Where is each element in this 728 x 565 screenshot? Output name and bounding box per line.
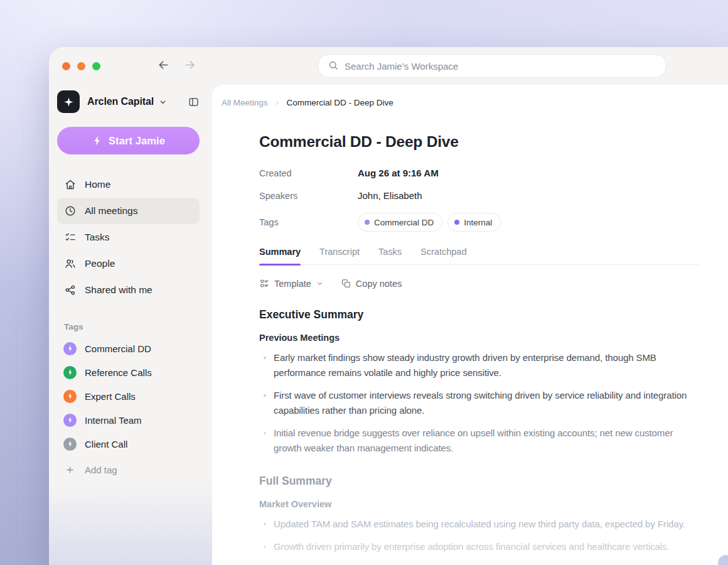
- chevron-right-icon: [274, 99, 281, 107]
- template-icon: [259, 278, 270, 289]
- summary-bullet: SMB sector remains fragmented with incon…: [259, 562, 699, 565]
- tab-scratchpad[interactable]: Scratchpad: [420, 247, 466, 264]
- sidebar-item-tasks[interactable]: Tasks: [57, 224, 200, 250]
- sidebar-tag-expert-calls[interactable]: Expert Calls: [57, 384, 200, 408]
- section-executive-summary: Executive SummaryPrevious MeetingsEarly …: [259, 308, 699, 456]
- pill-label: Commercial DD: [374, 218, 434, 227]
- chevron-down-icon: [158, 97, 168, 107]
- bolt-icon: [92, 135, 103, 146]
- summary-bullet: Initial revenue bridge suggests over rel…: [259, 426, 699, 456]
- section-full-summary: Full SummaryMarket OverviewUpdated TAM a…: [259, 475, 699, 565]
- sidebar-tag-client-call[interactable]: Client Call: [57, 432, 200, 456]
- tag-pill-row: Commercial DDInternal: [358, 213, 699, 232]
- add-tag-label: Add tag: [85, 465, 117, 475]
- tags-label: Tags: [259, 217, 358, 227]
- pill-label: Internal: [464, 218, 492, 227]
- meeting-tag-pill-commercial-dd[interactable]: Commercial DD: [358, 213, 442, 232]
- section-subheading: Market Overview: [259, 499, 699, 509]
- sidebar-item-people[interactable]: People: [57, 250, 200, 277]
- workspace-name: Arclen Capital: [87, 96, 154, 107]
- copy-icon: [341, 278, 351, 289]
- meeting-meta: Created Aug 26 at 9:16 AM Speakers John,…: [259, 168, 699, 232]
- bolt-icon: [67, 369, 74, 376]
- arrow-right-icon: [183, 58, 196, 72]
- tab-tasks[interactable]: Tasks: [378, 247, 402, 264]
- speakers-label: Speakers: [259, 191, 358, 201]
- home-icon: [64, 178, 77, 191]
- back-arrow-icon[interactable]: [157, 58, 170, 74]
- arrow-left-icon: [157, 58, 170, 72]
- sidebar-item-home[interactable]: Home: [57, 171, 200, 198]
- page-title: Commercial DD - Deep Dive: [259, 133, 699, 151]
- share-icon: [64, 284, 77, 296]
- sidebar-tag-reference-calls[interactable]: Reference Calls: [57, 360, 200, 384]
- section-heading: Executive Summary: [259, 308, 699, 321]
- sidebar-item-label: All meetings: [85, 205, 137, 217]
- desktop-background: Search Jamie’s Workspace Arclen Capital …: [0, 0, 728, 565]
- main-panel: All Meetings Commercial DD - Deep Dive C…: [212, 85, 728, 565]
- close-window-icon[interactable]: [62, 62, 70, 70]
- search-icon: [328, 60, 339, 71]
- pill-dot-icon: [454, 220, 459, 225]
- meeting-tag-pill-internal[interactable]: Internal: [447, 213, 501, 232]
- pill-dot-icon: [365, 220, 370, 225]
- search-input[interactable]: Search Jamie’s Workspace: [318, 54, 666, 78]
- plus-icon: [65, 465, 75, 475]
- summary-bullet: First wave of customer interviews reveal…: [259, 388, 699, 418]
- breadcrumb-current: Commercial DD - Deep Dive: [287, 98, 393, 107]
- sidebar: Arclen Capital Start Jamie HomeAll meeti…: [49, 85, 212, 565]
- copy-notes-label: Copy notes: [356, 279, 402, 289]
- tab-summary[interactable]: Summary: [259, 247, 301, 264]
- panel-icon: [188, 96, 200, 108]
- bullet-list: Updated TAM and SAM estimates being reca…: [259, 517, 699, 565]
- workspace-switcher[interactable]: Arclen Capital: [57, 90, 200, 113]
- sidebar-tag-internal-team[interactable]: Internal Team: [57, 408, 200, 432]
- plus-icon: [63, 465, 77, 475]
- bolt-icon: [67, 440, 74, 448]
- copy-notes-button[interactable]: Copy notes: [341, 278, 402, 289]
- tag-bolt-icon: [63, 342, 77, 355]
- sidebar-item-label: Tasks: [85, 232, 110, 243]
- traffic-lights: [62, 62, 100, 70]
- tag-label: Reference Calls: [85, 367, 152, 378]
- sidebar-item-shared-with-me[interactable]: Shared with me: [57, 277, 200, 303]
- clock-icon: [64, 205, 77, 217]
- created-label: Created: [259, 168, 358, 178]
- tag-label: Commercial DD: [85, 343, 151, 354]
- tasks-icon: [64, 231, 77, 244]
- minimize-window-icon[interactable]: [77, 62, 85, 70]
- summary-bullet: Early market findings show steady indust…: [259, 350, 699, 380]
- bolt-icon: [67, 416, 74, 424]
- summary-bullet: Growth driven primarily by enterprise ad…: [259, 539, 699, 554]
- sidebar-tag-commercial-dd[interactable]: Commercial DD: [57, 336, 200, 360]
- tag-bolt-icon: [63, 390, 77, 403]
- sidebar-tags-heading: Tags: [57, 322, 200, 331]
- sidebar-nav: HomeAll meetingsTasksPeopleShared with m…: [57, 171, 200, 303]
- workspace-logo-icon: [57, 90, 80, 113]
- tag-label: Internal Team: [85, 415, 142, 426]
- bolt-icon: [92, 135, 103, 146]
- start-jamie-button[interactable]: Start Jamie: [57, 127, 200, 154]
- tab-transcript[interactable]: Transcript: [319, 247, 360, 264]
- chevron-down-icon: [316, 279, 324, 288]
- forward-arrow-icon[interactable]: [183, 58, 196, 74]
- sidebar-item-all-meetings[interactable]: All meetings: [57, 198, 200, 224]
- section-subheading: Previous Meetings: [259, 333, 699, 343]
- tag-label: Expert Calls: [85, 391, 136, 402]
- bolt-icon: [67, 392, 74, 400]
- breadcrumb: All Meetings Commercial DD - Deep Dive: [212, 85, 728, 107]
- chevron-right-icon: [274, 99, 281, 107]
- bolt-icon: [67, 345, 74, 352]
- sidebar-item-label: Shared with me: [85, 284, 153, 296]
- chevron-down-icon: [316, 279, 324, 288]
- created-value: Aug 26 at 9:16 AM: [358, 168, 699, 178]
- toggle-sidebar-icon[interactable]: [188, 96, 200, 108]
- chevron-down-icon: [158, 97, 168, 107]
- breadcrumb-parent[interactable]: All Meetings: [222, 98, 268, 107]
- add-tag-button[interactable]: Add tag: [57, 458, 200, 482]
- zoom-window-icon[interactable]: [92, 62, 100, 70]
- template-dropdown[interactable]: Template: [259, 278, 324, 289]
- bullet-list: Early market findings show steady indust…: [259, 350, 699, 456]
- logo-star-icon: [63, 96, 75, 108]
- tab-bar: SummaryTranscriptTasksScratchpad: [259, 247, 699, 265]
